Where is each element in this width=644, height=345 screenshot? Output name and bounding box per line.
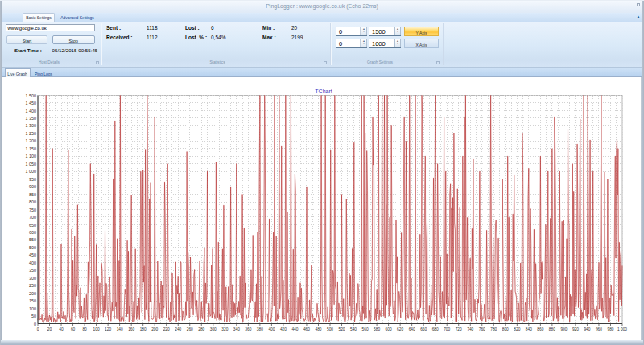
svg-text:300: 300 (210, 327, 217, 331)
svg-text:1 350: 1 350 (26, 116, 37, 121)
svg-text:60: 60 (71, 327, 76, 331)
svg-text:380: 380 (257, 327, 263, 331)
svg-text:450: 450 (29, 253, 36, 257)
svg-text:1 150: 1 150 (26, 146, 37, 151)
svg-text:620: 620 (397, 327, 403, 331)
svg-text:440: 440 (291, 327, 298, 331)
svg-text:600: 600 (386, 327, 392, 331)
svg-text:1 250: 1 250 (26, 131, 37, 136)
svg-text:950: 950 (29, 177, 36, 182)
svg-text:800: 800 (502, 327, 509, 331)
svg-text:840: 840 (526, 327, 532, 331)
svg-text:1 450: 1 450 (26, 101, 37, 105)
svg-text:TChart: TChart (315, 88, 332, 94)
svg-text:200: 200 (151, 327, 158, 331)
svg-text:140: 140 (117, 327, 123, 331)
svg-text:400: 400 (268, 327, 275, 331)
svg-text:520: 520 (339, 327, 345, 331)
svg-text:1 500: 1 500 (26, 93, 37, 98)
svg-text:320: 320 (221, 327, 228, 331)
svg-text:460: 460 (303, 327, 310, 331)
svg-text:120: 120 (105, 327, 111, 331)
svg-text:780: 780 (490, 327, 497, 331)
svg-text:680: 680 (432, 327, 439, 331)
svg-text:660: 660 (420, 327, 427, 331)
svg-text:760: 760 (479, 327, 485, 331)
svg-text:300: 300 (29, 276, 36, 281)
svg-text:100: 100 (29, 306, 36, 311)
svg-text:700: 700 (444, 327, 450, 331)
svg-text:480: 480 (315, 327, 321, 331)
svg-text:200: 200 (29, 291, 36, 296)
svg-text:260: 260 (187, 327, 193, 331)
svg-text:1 400: 1 400 (26, 109, 37, 113)
svg-text:640: 640 (409, 327, 415, 331)
svg-text:920: 920 (572, 327, 579, 331)
svg-text:740: 740 (467, 327, 473, 331)
svg-text:980: 980 (607, 327, 613, 331)
svg-text:20: 20 (47, 327, 52, 331)
svg-text:700: 700 (29, 215, 36, 220)
svg-text:240: 240 (175, 327, 181, 331)
svg-text:80: 80 (82, 327, 87, 331)
svg-text:550: 550 (29, 237, 36, 242)
svg-text:900: 900 (29, 184, 36, 189)
svg-text:400: 400 (29, 261, 36, 265)
svg-text:1 200: 1 200 (26, 138, 37, 143)
svg-text:1 100: 1 100 (26, 154, 37, 158)
svg-text:600: 600 (29, 230, 36, 235)
svg-text:580: 580 (374, 327, 380, 331)
svg-text:560: 560 (362, 327, 369, 331)
svg-text:720: 720 (456, 327, 462, 331)
svg-text:0: 0 (37, 327, 39, 331)
svg-text:150: 150 (29, 298, 36, 303)
svg-text:420: 420 (280, 327, 287, 331)
svg-text:900: 900 (560, 327, 567, 331)
svg-text:960: 960 (596, 327, 602, 331)
svg-text:500: 500 (29, 245, 36, 250)
svg-text:800: 800 (29, 199, 36, 204)
svg-text:100: 100 (93, 327, 100, 331)
svg-text:850: 850 (29, 192, 36, 197)
svg-text:650: 650 (29, 223, 36, 228)
svg-text:0: 0 (34, 322, 36, 327)
svg-text:50: 50 (31, 314, 36, 318)
svg-text:1 050: 1 050 (26, 162, 37, 166)
svg-text:940: 940 (584, 327, 590, 331)
svg-text:540: 540 (350, 327, 357, 331)
svg-text:360: 360 (245, 327, 251, 331)
svg-text:750: 750 (29, 207, 36, 212)
svg-text:350: 350 (29, 268, 36, 273)
svg-text:1 300: 1 300 (26, 123, 37, 128)
svg-text:40: 40 (59, 327, 64, 331)
svg-text:1 000: 1 000 (617, 327, 627, 331)
svg-text:880: 880 (549, 327, 555, 331)
svg-text:820: 820 (514, 327, 520, 331)
svg-text:1 000: 1 000 (26, 169, 37, 174)
svg-text:160: 160 (128, 327, 134, 331)
svg-text:860: 860 (537, 327, 543, 331)
svg-text:180: 180 (140, 327, 147, 331)
svg-text:250: 250 (29, 283, 36, 288)
svg-text:280: 280 (198, 327, 204, 331)
svg-text:340: 340 (233, 327, 240, 331)
svg-text:500: 500 (327, 327, 333, 331)
svg-text:220: 220 (163, 327, 170, 331)
